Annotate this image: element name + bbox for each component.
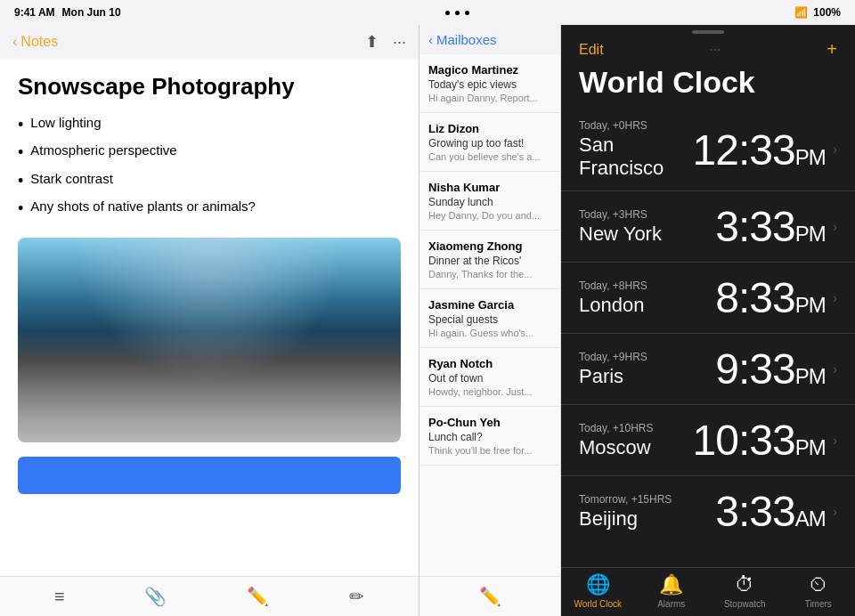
timers-icon: ⏲ (809, 573, 828, 596)
clock-location-5: Tomorrow, +15HRS Beijing (579, 493, 672, 531)
bullet-dot-4: • (18, 199, 23, 219)
tab-timers[interactable]: ⏲ Timers (792, 573, 845, 609)
notes-bullets: • Low lighting • Atmospheric perspective… (18, 115, 401, 220)
status-date: Mon Jun 10 (62, 6, 121, 19)
mail-subject-2: Sunday lunch (428, 196, 551, 208)
mail-sender-2: Nisha Kumar (428, 181, 551, 194)
mail-preview-6: Think you'll be free for... (428, 445, 551, 456)
more-icon[interactable]: ··· (393, 33, 406, 52)
mail-preview-2: Hey Danny, Do you and... (428, 210, 551, 221)
world-clock-icon: 🌐 (586, 573, 610, 596)
clock-city-0: San Francisco (579, 134, 693, 180)
clock-edit-button[interactable]: Edit (579, 42, 604, 58)
clock-city-4: Moscow (579, 436, 654, 459)
clock-item-4[interactable]: Today, +10HRS Moscow 10:33PM › (561, 405, 855, 476)
mail-item-1[interactable]: Liz Dizon Growing up too fast! Can you b… (419, 113, 560, 172)
tab-stopwatch[interactable]: ⏱ Stopwatch (718, 573, 771, 609)
status-bar: 9:41 AM Mon Jun 10 📶 100% (0, 0, 855, 25)
mail-item-0[interactable]: Magico Martinez Today's epic views Hi ag… (419, 54, 560, 113)
stopwatch-icon: ⏱ (735, 573, 754, 596)
clock-title: World Clock (561, 65, 855, 109)
notes-back-label: Notes (20, 34, 58, 50)
dot1 (445, 11, 450, 15)
clock-item-5[interactable]: Tomorrow, +15HRS Beijing 3:33AM › (561, 476, 855, 547)
alarms-icon: 🔔 (659, 573, 683, 596)
clock-time-group-1: 3:33PM › (715, 202, 837, 251)
mail-subject-5: Out of town (428, 372, 551, 385)
notes-blue-bar (18, 457, 401, 494)
clock-list: Today, +0HRS San Francisco 12:33PM › Tod… (561, 109, 855, 567)
checklist-icon[interactable]: ≡ (54, 587, 65, 607)
clock-add-button[interactable]: + (826, 39, 837, 60)
mail-back-button[interactable]: ‹ Mailboxes (428, 32, 497, 47)
draw-icon[interactable]: ✏️ (247, 586, 269, 607)
mail-preview-0: Hi again Danny, Report... (428, 93, 551, 103)
attachment-icon[interactable]: 📎 (144, 586, 167, 607)
mail-preview-1: Can you believe she's a... (428, 151, 551, 162)
mail-preview-5: Howdy, neighbor. Just... (428, 386, 551, 397)
mail-chevron-icon: ‹ (428, 32, 433, 47)
wifi-icon: 📶 (794, 6, 808, 19)
status-bar-right: 📶 100% (794, 6, 841, 19)
dot2 (455, 11, 460, 15)
status-time: 9:41 AM (14, 6, 55, 19)
bullet-item-2: • Atmospheric perspective (18, 142, 401, 163)
notes-panel: ‹ Notes ⬆ ··· Snowscape Photography • Lo… (0, 25, 419, 616)
mail-item-4[interactable]: Jasmine Garcia Special guests Hi again. … (419, 289, 560, 348)
share-icon[interactable]: ⬆ (365, 32, 379, 52)
bullet-item-1: • Low lighting (18, 115, 401, 135)
mail-subject-0: Today's epic views (428, 78, 551, 91)
drag-pill (692, 30, 724, 34)
mail-compose-icon[interactable]: ✏️ (479, 586, 501, 607)
clock-city-2: London (579, 294, 647, 317)
mail-sender-6: Po-Chun Yeh (428, 416, 551, 429)
compose-icon[interactable]: ✏ (349, 586, 364, 607)
chevron-right-icon-5: › (833, 504, 837, 520)
clock-time-group-4: 10:33PM › (693, 416, 837, 465)
notes-back-button[interactable]: ‹ Notes (12, 34, 58, 50)
clock-item-0[interactable]: Today, +0HRS San Francisco 12:33PM › (561, 109, 855, 191)
mail-item-6[interactable]: Po-Chun Yeh Lunch call? Think you'll be … (419, 407, 560, 466)
clock-time-0: 12:33PM (693, 126, 826, 174)
bullet-text-4: Any shots of native plants or animals? (30, 199, 256, 214)
mail-item-5[interactable]: Ryan Notch Out of town Howdy, neighbor. … (419, 348, 560, 407)
clock-drag-handle (561, 25, 855, 36)
chevron-left-icon: ‹ (12, 34, 17, 50)
mail-preview-3: Danny, Thanks for the... (428, 269, 551, 280)
mail-back-label: Mailboxes (436, 32, 497, 47)
clock-offset-1: Today, +3HRS (579, 208, 662, 221)
mail-item-3[interactable]: Xiaomeng Zhong Dinner at the Ricos' Dann… (419, 231, 560, 289)
bullet-text-1: Low lighting (30, 115, 101, 130)
clock-item-1[interactable]: Today, +3HRS New York 3:33PM › (561, 191, 855, 263)
clock-offset-4: Today, +10HRS (579, 422, 654, 434)
main-area: ‹ Notes ⬆ ··· Snowscape Photography • Lo… (0, 25, 855, 616)
bullet-text-2: Atmospheric perspective (30, 142, 176, 158)
clock-offset-3: Today, +9HRS (579, 351, 647, 363)
clock-item-3[interactable]: Today, +9HRS Paris 9:33PM › (561, 334, 855, 405)
notes-image-inner (18, 238, 401, 442)
mail-sender-0: Magico Martinez (428, 63, 551, 77)
bullet-text-3: Stark contrast (30, 171, 113, 186)
clock-item-2[interactable]: Today, +8HRS London 8:33PM › (561, 263, 855, 334)
clock-tab-bar: 🌐 World Clock 🔔 Alarms ⏱ Stopwatch ⏲ Tim… (561, 567, 855, 616)
clock-city-1: New York (579, 223, 662, 246)
mail-item-2[interactable]: Nisha Kumar Sunday lunch Hey Danny, Do y… (419, 172, 560, 231)
notes-image (18, 238, 401, 442)
mail-nav-bar: ‹ Mailboxes (419, 25, 560, 54)
clock-city-3: Paris (579, 365, 647, 388)
clock-offset-0: Today, +0HRS (579, 119, 693, 132)
tab-alarms[interactable]: 🔔 Alarms (645, 573, 698, 609)
clock-dots: ··· (709, 42, 721, 58)
tab-world-clock[interactable]: 🌐 World Clock (571, 573, 624, 609)
clock-time-2: 8:33PM (715, 273, 825, 322)
clock-time-group-0: 12:33PM › (693, 126, 837, 174)
mail-sender-3: Xiaomeng Zhong (428, 239, 551, 253)
status-bar-center (445, 11, 469, 15)
clock-location-4: Today, +10HRS Moscow (579, 422, 654, 459)
chevron-right-icon-1: › (833, 219, 837, 235)
clock-location-0: Today, +0HRS San Francisco (579, 119, 693, 180)
bullet-item-3: • Stark contrast (18, 171, 401, 191)
notes-toolbar: ≡ 📎 ✏️ ✏ (0, 576, 419, 616)
mail-sender-1: Liz Dizon (428, 122, 551, 135)
tab-alarms-label: Alarms (657, 599, 685, 609)
